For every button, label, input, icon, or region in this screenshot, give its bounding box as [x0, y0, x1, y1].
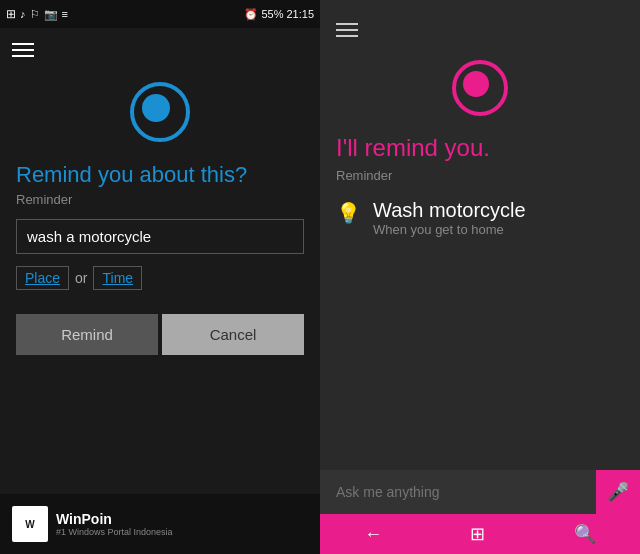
- reminder-card: 💡 Wash motorcycle When you get to home: [320, 199, 640, 237]
- windows-icon: ⊞: [6, 7, 16, 21]
- cortana-ring-pink-icon: [452, 60, 508, 116]
- winpoin-text: WinPoin #1 Windows Portal Indonesia: [56, 511, 173, 537]
- right-panel: I'll remind you. Reminder 💡 Wash motorcy…: [320, 0, 640, 554]
- alarm-icon: ⏰: [244, 8, 258, 21]
- winpoin-icon: W: [12, 506, 48, 542]
- cancel-button[interactable]: Cancel: [162, 314, 304, 355]
- right-header: [320, 8, 640, 52]
- flag-icon: ⚐: [30, 8, 40, 21]
- time-button[interactable]: Time: [93, 266, 142, 290]
- battery-level: 55%: [261, 8, 283, 20]
- menu-icon: ≡: [62, 8, 68, 20]
- place-time-row: Place or Time: [0, 266, 320, 290]
- status-bar-right: ⏰ 55% 21:15: [244, 8, 314, 21]
- or-text: or: [75, 270, 87, 286]
- left-panel: ⊞ ♪ ⚐ 📷 ≡ ⏰ 55% 21:15 Remind you about t…: [0, 0, 320, 554]
- place-button[interactable]: Place: [16, 266, 69, 290]
- action-buttons: Remind Cancel: [0, 314, 320, 355]
- status-bar-left: ⊞ ♪ ⚐ 📷 ≡: [6, 7, 68, 21]
- windows-home-button[interactable]: ⊞: [470, 523, 485, 545]
- winpoin-name: WinPoin: [56, 511, 173, 527]
- camera-icon: 📷: [44, 8, 58, 21]
- nav-bar: ← ⊞ 🔍: [320, 514, 640, 554]
- cortana-logo-left: [0, 82, 320, 142]
- winpoin-logo: W WinPoin #1 Windows Portal Indonesia: [12, 506, 173, 542]
- ill-remind-title: I'll remind you.: [320, 134, 640, 162]
- reminder-task-text: Wash motorcycle: [373, 199, 526, 222]
- remind-subtitle: Reminder: [0, 192, 320, 207]
- bulb-icon: 💡: [336, 201, 361, 225]
- status-bar: ⊞ ♪ ⚐ 📷 ≡ ⏰ 55% 21:15: [0, 0, 320, 28]
- hamburger-menu-left[interactable]: [12, 43, 34, 57]
- ask-me-input[interactable]: [320, 484, 596, 500]
- hamburger-menu-right[interactable]: [336, 23, 358, 37]
- microphone-icon: 🎤: [607, 481, 629, 503]
- cortana-ring-icon: [130, 82, 190, 142]
- remind-title: Remind you about this?: [0, 162, 320, 188]
- time-display: 21:15: [286, 8, 314, 20]
- ask-me-bar: 🎤: [320, 470, 640, 514]
- right-reminder-label: Reminder: [320, 168, 640, 183]
- cortana-logo-right: [320, 60, 640, 116]
- back-button[interactable]: ←: [364, 524, 382, 545]
- remind-button[interactable]: Remind: [16, 314, 158, 355]
- reminder-details: Wash motorcycle When you get to home: [373, 199, 526, 237]
- reminder-task-display: wash a motorcycle: [16, 219, 304, 254]
- reminder-condition-text: When you get to home: [373, 222, 526, 237]
- microphone-button[interactable]: 🎤: [596, 470, 640, 514]
- left-header: [0, 28, 320, 72]
- search-button[interactable]: 🔍: [574, 523, 596, 545]
- music-icon: ♪: [20, 8, 26, 20]
- left-bottom-bar: W WinPoin #1 Windows Portal Indonesia: [0, 494, 320, 554]
- winpoin-tagline: #1 Windows Portal Indonesia: [56, 527, 173, 537]
